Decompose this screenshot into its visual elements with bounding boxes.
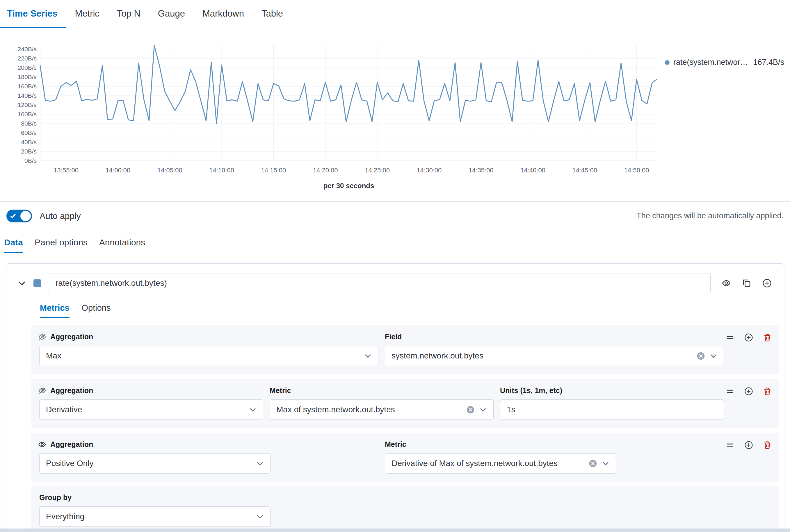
eye-slash-icon[interactable] <box>38 387 46 395</box>
metric-field: Metric Max of system.network.out.bytes <box>270 386 494 420</box>
trash-icon[interactable] <box>763 333 772 342</box>
bottom-divider <box>0 529 790 532</box>
trash-icon[interactable] <box>763 441 772 450</box>
tab-annotations[interactable]: Annotations <box>99 238 145 253</box>
timeseries-chart: 240B/s220B/s200B/s180B/s160B/s140B/s120B… <box>0 28 790 190</box>
eye-icon[interactable] <box>722 279 731 288</box>
aggregation-select[interactable]: Max <box>39 346 379 366</box>
metric-combobox[interactable]: Max of system.network.out.bytes <box>270 399 494 420</box>
visualization-type-tabs: Time Series Metric Top N Gauge Markdown … <box>0 0 790 28</box>
metric-rows: Aggregation Max Field system.network.out… <box>31 325 779 532</box>
drag-handle-icon[interactable] <box>726 441 734 450</box>
tab-time-series[interactable]: Time Series <box>0 0 66 28</box>
metric-row-positive-only: Aggregation Positive Only Metric Derivat… <box>31 433 779 482</box>
chevron-down-icon <box>249 406 257 413</box>
field-label: Field <box>385 332 402 341</box>
plus-circle-icon[interactable] <box>744 387 753 396</box>
units-field: Units (1s, 1m, etc) 1s <box>500 386 724 420</box>
chevron-down-icon[interactable] <box>17 278 27 288</box>
drag-handle-icon[interactable] <box>726 387 734 396</box>
tab-metrics[interactable]: Metrics <box>40 303 70 318</box>
tab-markdown[interactable]: Markdown <box>194 0 253 28</box>
field-label: Aggregation <box>50 440 93 449</box>
field-combobox[interactable]: system.network.out.bytes <box>385 346 724 366</box>
plus-circle-icon[interactable] <box>763 279 772 288</box>
field-label: Aggregation <box>50 386 93 395</box>
metric-combobox[interactable]: Derivative of Max of system.network.out.… <box>385 453 616 474</box>
series-editor-tabs: Metrics Options <box>40 303 779 318</box>
series-panel: Metrics Options Aggregation Max <box>6 263 784 532</box>
metric-row-derivative: Aggregation Derivative Metric Max of sys… <box>31 379 779 428</box>
tab-gauge[interactable]: Gauge <box>149 0 194 28</box>
tab-table[interactable]: Table <box>253 0 292 28</box>
tab-panel-options[interactable]: Panel options <box>35 238 88 253</box>
metric-field: Metric Derivative of Max of system.netwo… <box>385 440 724 474</box>
group-by-select[interactable]: Everything <box>39 507 271 527</box>
auto-apply-bar: Auto apply The changes will be automatic… <box>0 202 790 230</box>
auto-apply-toggle[interactable] <box>6 210 32 222</box>
auto-apply-label: Auto apply <box>40 211 81 221</box>
field-label: Group by <box>39 493 72 502</box>
row-actions <box>726 441 772 450</box>
chart-plot-area[interactable]: 13:55:0014:00:0014:05:0014:10:0014:15:00… <box>40 44 657 161</box>
field-label: Metric <box>270 386 291 395</box>
drag-handle-icon[interactable] <box>726 333 734 342</box>
aggregation-select[interactable]: Derivative <box>39 399 263 420</box>
group-by-field: Group by Everything <box>39 493 771 527</box>
row-actions <box>726 333 772 342</box>
clear-icon[interactable] <box>589 459 597 468</box>
eye-icon[interactable] <box>38 440 46 449</box>
group-by-row: Group by Everything <box>31 486 779 532</box>
legend-series-value: 167.4B/s <box>753 58 784 67</box>
auto-apply-hint: The changes will be automatically applie… <box>637 211 784 220</box>
check-icon <box>10 212 17 220</box>
aggregation-field: Aggregation Positive Only <box>39 440 379 474</box>
field-label: Metric <box>385 440 406 449</box>
x-axis-labels: 13:55:0014:00:0014:05:0014:10:0014:15:00… <box>40 161 657 174</box>
chevron-down-icon <box>602 460 609 467</box>
chevron-down-icon <box>256 513 264 520</box>
units-input[interactable]: 1s <box>500 399 724 420</box>
plus-circle-icon[interactable] <box>744 333 753 342</box>
chart-line-svg <box>40 44 657 161</box>
copy-icon[interactable] <box>742 279 751 288</box>
field-label: Units (1s, 1m, etc) <box>500 386 562 395</box>
chevron-down-icon <box>479 406 487 413</box>
metric-row-max: Aggregation Max Field system.network.out… <box>31 325 779 374</box>
chevron-down-icon <box>710 352 717 360</box>
tab-data[interactable]: Data <box>4 238 23 253</box>
series-actions <box>722 279 772 288</box>
tab-metric[interactable]: Metric <box>66 0 108 28</box>
series-label-input[interactable] <box>48 273 711 293</box>
aggregation-field: Aggregation Derivative <box>39 386 263 420</box>
y-axis-labels: 240B/s220B/s200B/s180B/s160B/s140B/s120B… <box>6 44 40 161</box>
chevron-down-icon <box>256 460 264 467</box>
editor-tabs: Data Panel options Annotations <box>0 230 790 253</box>
aggregation-select[interactable]: Positive Only <box>39 453 271 474</box>
field-field: Field system.network.out.bytes <box>385 332 724 366</box>
x-axis-title: per 30 seconds <box>6 182 657 190</box>
toggle-thumb <box>20 211 31 221</box>
trash-icon[interactable] <box>763 387 772 396</box>
aggregation-field: Aggregation Max <box>39 332 379 366</box>
series-query-row <box>11 270 779 293</box>
legend-series-label: rate(system.network... <box>673 58 749 67</box>
tab-options[interactable]: Options <box>82 303 111 318</box>
legend-dot <box>665 60 669 65</box>
tab-top-n[interactable]: Top N <box>108 0 149 28</box>
eye-slash-icon[interactable] <box>38 333 46 341</box>
series-color-swatch[interactable] <box>34 279 41 287</box>
clear-icon[interactable] <box>697 352 705 360</box>
plus-circle-icon[interactable] <box>744 441 753 450</box>
clear-icon[interactable] <box>466 405 475 414</box>
chevron-down-icon <box>364 352 372 360</box>
field-label: Aggregation <box>50 332 93 341</box>
row-actions <box>726 387 772 396</box>
chart-legend-item[interactable]: rate(system.network... 167.4B/s <box>657 44 784 67</box>
tsvb-editor: Time Series Metric Top N Gauge Markdown … <box>0 0 790 532</box>
